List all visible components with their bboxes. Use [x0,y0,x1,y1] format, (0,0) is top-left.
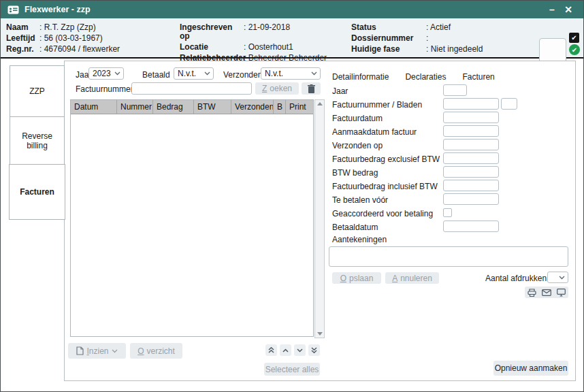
zoeken-button[interactable]: Zoeken [255,82,299,95]
betaaldatum-label: Betaaldatum [332,223,378,232]
field-label: Reg.nr. [6,45,39,54]
annuleren-button[interactable]: Annuleren [385,272,439,284]
tab-label: Reverse billing [13,131,61,150]
last-record-button[interactable] [308,344,320,356]
minimize-button[interactable]: – [544,4,560,15]
person-header: NaamR.T. Zzp (Zzp) Leeftijd56 (03-03-196… [1,18,583,59]
field-value: 56 (03-03-1967) [39,34,103,43]
field-label: Locatie [180,43,244,52]
chevron-down-icon [296,348,304,353]
verzonden-op-input[interactable] [443,139,499,150]
field-label: Naam [6,23,39,32]
tab-label: Facturen [20,187,54,197]
scroll-down-icon[interactable] [317,332,323,336]
overzicht-button[interactable]: Overzicht [130,343,182,359]
betaald-select-value: N.v.t. [178,69,196,78]
bedrag-exclusief-label: Factuurbedrag exclusief BTW [332,154,440,164]
aantal-afdrukken-select[interactable] [547,272,568,283]
opslaan-button[interactable]: Opslaan [332,272,381,284]
invoice-table-body[interactable] [71,114,313,337]
te-betalen-voor-input[interactable] [443,193,499,205]
tab-zzp[interactable]: ZZP [10,65,65,117]
geaccordeerd-label: Geaccordeerd voor betaling [332,209,433,218]
field-value [426,34,428,43]
field-value: 4676094 / flexwerker [39,45,120,54]
green-check-icon[interactable]: ✔ [569,44,580,55]
btw-bedrag-label: BTW bedrag [332,168,378,178]
betaald-select[interactable]: N.v.t. [174,67,214,80]
aantekeningen-textarea[interactable] [329,246,568,267]
screen-preview-button[interactable] [557,289,566,297]
jaar-field-label: Jaar [332,86,348,96]
column-header[interactable]: B [274,100,286,114]
bedrag-inclusief-input[interactable] [443,180,499,191]
chevron-down-icon [112,349,118,353]
jaar-select[interactable]: 2023 [88,67,124,80]
print-button[interactable] [528,289,536,297]
betaald-label: Betaald [142,70,170,80]
inzien-label: Inzien [86,346,108,356]
field-label: Status [351,23,426,32]
delete-button[interactable] [302,82,321,95]
betaaldatum-input[interactable] [443,220,499,232]
aantal-afdrukken-label: Aantal afdrukken [485,274,547,283]
factuurnummer-bladen-label: Factuurnummer / Bladen [332,100,422,110]
factuurdatum-label: Factuurdatum [332,114,383,123]
verzonden-select[interactable]: N.v.t. [261,67,321,80]
field-value: Niet ingedeeld [426,45,483,54]
factuurdatum-input[interactable] [443,112,499,123]
close-button[interactable]: ✕ [560,4,577,15]
column-header[interactable]: Print [286,100,313,114]
chevron-down-icon [204,71,210,76]
field-label: Huidige fase [351,45,426,54]
email-button[interactable] [542,289,551,296]
table-scrollbar[interactable] [314,99,325,338]
field-value: R.T. Zzp (Zzp) [39,23,96,32]
invoice-table[interactable]: Datum Nummer Bedrag BTW Verzonden B Prin… [70,99,314,337]
previous-record-button[interactable] [280,344,291,356]
tab-detailinformatie[interactable]: Detailinformatie [332,72,389,82]
scroll-up-icon[interactable] [317,102,323,105]
next-record-button[interactable] [294,344,306,356]
first-record-button[interactable] [265,344,277,356]
field-value: Actief [426,23,451,32]
column-header[interactable]: Bedrag [153,100,194,114]
factuurnummer-field-input[interactable] [443,98,499,110]
output-actions [525,287,568,298]
tab-declaraties[interactable]: Declaraties [405,72,446,82]
printer-icon [528,289,536,297]
bedrag-exclusief-input[interactable] [443,152,499,164]
window-title: Flexwerker - zzp [25,5,91,14]
bladen-field-input[interactable] [501,98,517,110]
record-navigation [265,344,320,356]
btw-bedrag-input[interactable] [443,166,499,178]
envelope-icon [542,289,551,296]
jaar-field-input[interactable] [443,84,467,96]
field-label: Leeftijd [6,34,39,43]
black-check-icon[interactable]: ✔ [569,33,579,43]
selecteer-alles-button[interactable]: Selecteer alles [264,363,320,376]
double-chevron-down-icon [310,346,318,354]
column-header[interactable]: Datum [71,100,117,114]
te-betalen-voor-label: Te betalen vóór [332,195,388,205]
bedrag-inclusief-label: Factuurbedrag inclusief BTW [332,182,438,191]
document-icon [76,346,84,355]
column-header[interactable]: Verzonden [231,100,274,114]
column-header[interactable]: BTW [194,100,231,114]
tab-reverse-billing[interactable]: Reverse billing [10,116,65,165]
field-value: Oosterhout1 [244,43,293,52]
factuurnummer-label: Factuurnummer [76,84,133,94]
geaccordeerd-checkbox[interactable] [443,208,452,217]
chevron-down-icon [311,71,317,76]
facturen-panel: Jaar 2023 Betaald N.v.t. Verzonden N.v.t… [64,61,576,381]
trash-icon [308,84,315,93]
tab-facturen[interactable]: Facturen [9,164,65,220]
header-column-1: NaamR.T. Zzp (Zzp) Leeftijd56 (03-03-196… [6,23,120,54]
factuurnummer-input[interactable] [131,82,252,95]
opnieuw-aanmaken-button[interactable]: Opnieuw aanmaken [493,361,568,376]
inzien-button[interactable]: Inzien [68,343,126,359]
tab-facturen-detail[interactable]: Facturen [462,72,494,82]
column-header[interactable]: Nummer [117,100,153,114]
aanmaakdatum-input[interactable] [443,125,499,137]
aantekeningen-label: Aantekeningen [332,235,387,244]
